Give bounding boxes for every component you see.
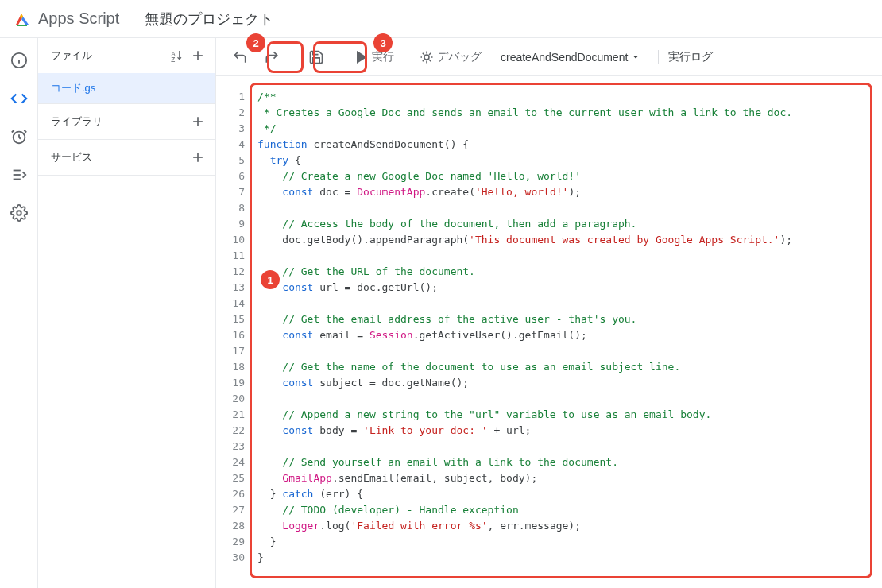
run-label: 実行 (372, 50, 394, 64)
svg-text:Z: Z (171, 56, 175, 64)
editor-icon[interactable] (10, 89, 29, 108)
overview-icon[interactable] (10, 51, 29, 70)
redo-button[interactable] (257, 43, 286, 72)
files-header: ファイル AZ (38, 38, 215, 73)
debug-label: デバッグ (437, 50, 482, 64)
svg-marker-18 (634, 56, 638, 59)
project-title[interactable]: 無題のプロジェクト (145, 10, 273, 29)
line-gutter: 1234567891011121314151617181920212223242… (222, 89, 251, 582)
triggers-icon[interactable] (10, 127, 29, 146)
function-selector[interactable]: createAndSendDocument (493, 51, 648, 64)
function-name: createAndSendDocument (501, 51, 628, 64)
svg-marker-16 (358, 52, 366, 63)
editor-area: 実行 デバッグ createAndSendDocument 実行ログ 2 3 1… (216, 38, 882, 588)
services-label: サービス (51, 150, 92, 164)
settings-icon[interactable] (10, 203, 29, 222)
libraries-header: ライブラリ (38, 104, 215, 139)
left-rail (0, 38, 38, 588)
app-header: Apps Script 無題のプロジェクト (0, 0, 882, 38)
add-library-icon[interactable] (190, 114, 206, 130)
undo-button[interactable] (226, 43, 254, 72)
app-name: Apps Script (38, 10, 119, 28)
add-service-icon[interactable] (190, 149, 206, 165)
executions-icon[interactable] (10, 165, 29, 184)
debug-button[interactable]: デバッグ (412, 43, 489, 72)
sort-icon[interactable]: AZ (169, 48, 184, 63)
files-label: ファイル (51, 48, 92, 63)
files-sidebar: ファイル AZ コード.gs ライブラリ サービス (38, 38, 216, 588)
libraries-label: ライブラリ (51, 114, 103, 129)
file-item[interactable]: コード.gs (38, 73, 215, 103)
run-button[interactable]: 実行 (346, 43, 402, 72)
services-header: サービス (38, 140, 215, 175)
logo: Apps Script (13, 10, 119, 29)
svg-point-7 (17, 211, 21, 215)
apps-script-logo-icon (13, 10, 32, 29)
add-file-icon[interactable] (190, 48, 206, 64)
code-content[interactable]: /** * Creates a Google Doc and sends an … (251, 89, 876, 582)
execution-log-button[interactable]: 実行ログ (658, 50, 722, 64)
code-editor[interactable]: 1234567891011121314151617181920212223242… (216, 76, 882, 588)
dropdown-icon (631, 52, 640, 62)
svg-point-17 (424, 55, 429, 60)
save-button[interactable] (302, 43, 331, 72)
editor-toolbar: 実行 デバッグ createAndSendDocument 実行ログ 2 3 (216, 38, 882, 76)
